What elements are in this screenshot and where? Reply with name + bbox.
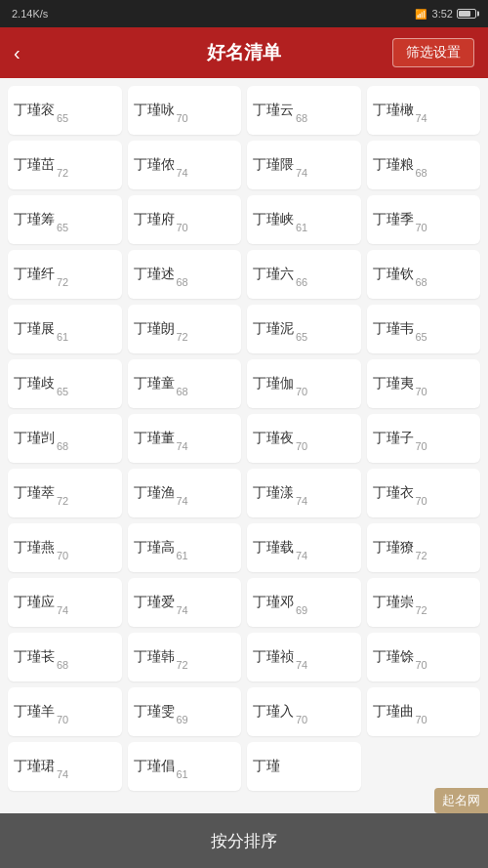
name-score: 70: [296, 714, 307, 725]
name-text: 丁瑾衣: [373, 484, 414, 502]
name-card[interactable]: 丁瑾钦68: [367, 250, 481, 299]
name-card[interactable]: 丁瑾馀70: [367, 633, 481, 682]
name-card[interactable]: 丁瑾高61: [128, 523, 242, 572]
name-card[interactable]: 丁瑾筹65: [8, 195, 122, 244]
name-text: 丁瑾韩: [134, 648, 175, 666]
name-score: 72: [416, 550, 427, 561]
name-card[interactable]: 丁瑾: [247, 742, 361, 791]
name-text: 丁瑾筹: [14, 211, 55, 228]
name-card[interactable]: 丁瑾朗72: [128, 305, 242, 353]
name-card[interactable]: 丁瑾剀68: [8, 414, 122, 463]
name-score: 61: [177, 550, 188, 561]
name-text: 丁瑾载: [253, 539, 294, 557]
name-text: 丁瑾夷: [373, 375, 414, 393]
name-card[interactable]: 丁瑾爱74: [128, 578, 242, 627]
name-score: 69: [296, 604, 307, 616]
name-card[interactable]: 丁瑾董74: [128, 414, 242, 463]
name-card[interactable]: 丁瑾苌68: [8, 633, 122, 682]
name-card[interactable]: 丁瑾橄74: [367, 86, 481, 135]
name-card[interactable]: 丁瑾茁72: [8, 141, 122, 189]
name-score: 70: [416, 440, 427, 452]
name-card[interactable]: 丁瑾韦65: [367, 305, 481, 353]
name-card[interactable]: 丁瑾六66: [247, 250, 361, 299]
name-text: 丁瑾高: [134, 539, 175, 557]
name-card[interactable]: 丁瑾粮68: [367, 141, 481, 189]
name-card[interactable]: 丁瑾燕70: [8, 523, 122, 572]
name-score: 72: [177, 659, 188, 671]
name-score: 70: [57, 550, 68, 561]
name-score: 74: [177, 495, 188, 507]
name-text: 丁瑾朗: [134, 320, 175, 338]
name-score: 68: [296, 112, 307, 124]
name-card[interactable]: 丁瑾载74: [247, 523, 361, 572]
back-button[interactable]: ‹: [14, 43, 20, 62]
sort-by-score-button[interactable]: 按分排序: [211, 830, 277, 852]
name-text: 丁瑾剀: [14, 430, 55, 447]
name-card[interactable]: 丁瑾雯69: [128, 687, 242, 736]
name-score: 74: [57, 604, 68, 616]
name-text: 丁瑾歧: [14, 375, 55, 393]
name-score: 65: [57, 386, 68, 397]
name-card[interactable]: 丁瑾邓69: [247, 578, 361, 627]
name-card[interactable]: 丁瑾羊70: [8, 687, 122, 736]
name-text: 丁瑾峡: [253, 211, 294, 228]
name-card[interactable]: 丁瑾韩72: [128, 633, 242, 682]
name-card[interactable]: 丁瑾入70: [247, 687, 361, 736]
name-card[interactable]: 丁瑾漾74: [247, 469, 361, 517]
name-card[interactable]: 丁瑾衣70: [367, 469, 481, 517]
name-score: 70: [296, 386, 307, 397]
name-card[interactable]: 丁瑾夜70: [247, 414, 361, 463]
name-card[interactable]: 丁瑾萃72: [8, 469, 122, 517]
name-score: 72: [177, 331, 188, 343]
name-score: 74: [296, 550, 307, 561]
name-card[interactable]: 丁瑾峡61: [247, 195, 361, 244]
name-card[interactable]: 丁瑾衮65: [8, 86, 122, 135]
name-text: 丁瑾珺: [14, 758, 55, 775]
name-card[interactable]: 丁瑾述68: [128, 250, 242, 299]
name-score: 68: [57, 440, 68, 452]
name-text: 丁瑾茁: [14, 156, 55, 174]
name-card[interactable]: 丁瑾珺74: [8, 742, 122, 791]
name-card[interactable]: 丁瑾渔74: [128, 469, 242, 517]
name-card[interactable]: 丁瑾云68: [247, 86, 361, 135]
name-text: 丁瑾董: [134, 430, 175, 447]
name-card[interactable]: 丁瑾倡61: [128, 742, 242, 791]
name-text: 丁瑾应: [14, 594, 55, 611]
name-card[interactable]: 丁瑾展61: [8, 305, 122, 353]
name-text: 丁瑾泥: [253, 320, 294, 338]
name-score: 70: [177, 222, 188, 233]
name-card[interactable]: 丁瑾隈74: [247, 141, 361, 189]
name-card[interactable]: 丁瑾歧65: [8, 359, 122, 408]
name-card[interactable]: 丁瑾獠72: [367, 523, 481, 572]
name-text: 丁瑾渔: [134, 484, 175, 502]
name-text: 丁瑾六: [253, 266, 294, 283]
name-card[interactable]: 丁瑾童68: [128, 359, 242, 408]
status-bar: 2.14K/s 📶 3:52: [0, 0, 488, 27]
status-right: 3:52: [432, 8, 476, 20]
name-card[interactable]: 丁瑾崇72: [367, 578, 481, 627]
name-card[interactable]: 丁瑾应74: [8, 578, 122, 627]
name-card[interactable]: 丁瑾曲70: [367, 687, 481, 736]
name-card[interactable]: 丁瑾季70: [367, 195, 481, 244]
name-text: 丁瑾邓: [253, 594, 294, 611]
name-text: 丁瑾曲: [373, 703, 414, 721]
name-card[interactable]: 丁瑾夷70: [367, 359, 481, 408]
name-card[interactable]: 丁瑾府70: [128, 195, 242, 244]
name-card[interactable]: 丁瑾祯74: [247, 633, 361, 682]
name-card[interactable]: 丁瑾泥65: [247, 305, 361, 353]
name-text: 丁瑾衮: [14, 102, 55, 119]
name-card[interactable]: 丁瑾侬74: [128, 141, 242, 189]
name-card[interactable]: 丁瑾咏70: [128, 86, 242, 135]
name-card[interactable]: 丁瑾伽70: [247, 359, 361, 408]
name-score: 70: [416, 659, 427, 671]
name-score: 70: [416, 222, 427, 233]
name-card[interactable]: 丁瑾子70: [367, 414, 481, 463]
header: ‹ 好名清单 筛选设置: [0, 27, 488, 78]
filter-settings-button[interactable]: 筛选设置: [392, 38, 474, 67]
name-score: 74: [416, 112, 427, 124]
name-card[interactable]: 丁瑾纤72: [8, 250, 122, 299]
name-score: 74: [296, 495, 307, 507]
page-title: 好名清单: [207, 40, 281, 65]
name-score: 61: [177, 768, 188, 780]
name-text: 丁瑾子: [373, 430, 414, 447]
